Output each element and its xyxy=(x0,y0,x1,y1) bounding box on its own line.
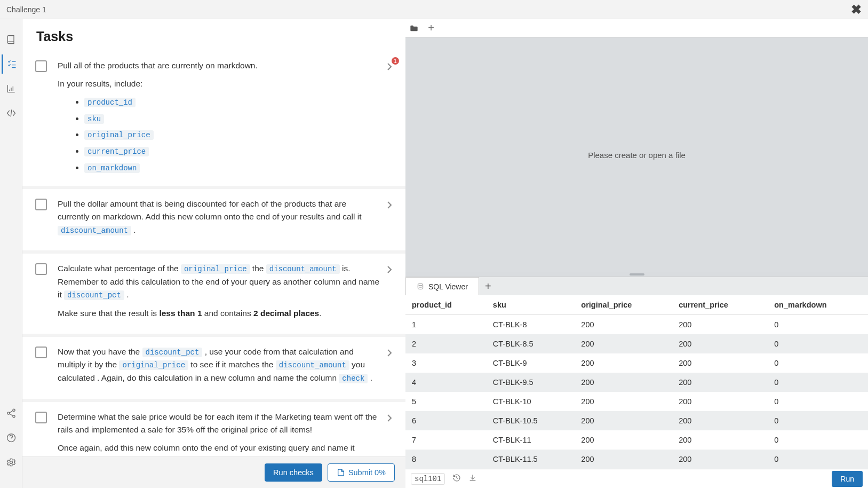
expand-chevron[interactable] xyxy=(384,264,395,275)
column-header[interactable]: product_id xyxy=(405,295,487,315)
table-row[interactable]: 7CT-BLK-112002000 xyxy=(405,430,868,450)
code-token: discount_amount xyxy=(58,226,131,235)
table-row[interactable]: 4CT-BLK-9.52002000 xyxy=(405,373,868,392)
share-icon[interactable] xyxy=(2,404,21,423)
book-icon[interactable] xyxy=(2,30,21,49)
table-cell: CT-BLK-8 xyxy=(487,315,575,335)
task-checkbox[interactable] xyxy=(35,263,47,275)
tasks-icon[interactable] xyxy=(2,54,21,74)
download-icon[interactable] xyxy=(468,474,477,484)
sql-tab-label: SQL Viewer xyxy=(428,282,468,291)
history-icon[interactable] xyxy=(452,474,461,484)
table-cell: 200 xyxy=(575,450,672,469)
expand-chevron[interactable] xyxy=(384,200,395,210)
task-item: Determine what the sale price would be f… xyxy=(22,402,405,456)
code-token: discount_amount xyxy=(266,264,340,274)
table-cell: 200 xyxy=(575,392,672,411)
task-text: Now that you have the xyxy=(58,347,142,356)
expand-chevron[interactable] xyxy=(384,413,395,423)
splitter-handle[interactable] xyxy=(405,272,868,277)
run-checks-button[interactable]: Run checks xyxy=(265,463,322,482)
database-icon xyxy=(417,283,424,290)
table-cell: 200 xyxy=(672,411,768,430)
table-cell: 200 xyxy=(672,450,768,469)
table-cell: 200 xyxy=(672,334,768,353)
code-icon[interactable] xyxy=(2,104,21,123)
task-badge: 1 xyxy=(392,57,399,65)
task-text-bold: less than 1 xyxy=(159,309,202,318)
table-cell: 4 xyxy=(405,373,487,392)
table-cell: 0 xyxy=(768,392,868,411)
table-cell: 0 xyxy=(768,373,868,392)
expand-chevron[interactable]: 1 xyxy=(384,61,395,72)
expand-chevron[interactable] xyxy=(384,348,395,358)
task-content: Pull the dollar amount that is being dis… xyxy=(58,198,380,242)
task-checkbox[interactable] xyxy=(35,347,47,358)
table-cell: CT-BLK-11.5 xyxy=(487,450,575,469)
sidebar xyxy=(0,19,22,488)
chart-icon[interactable] xyxy=(2,79,21,98)
table-cell: 0 xyxy=(768,450,868,469)
table-row[interactable]: 1CT-BLK-82002000 xyxy=(405,315,868,335)
table-row[interactable]: 3CT-BLK-92002000 xyxy=(405,353,868,373)
table-cell: 6 xyxy=(405,411,487,430)
sql-viewer: SQL Viewer + product_id sku original_pri… xyxy=(405,277,868,488)
task-item: Calculate what percentage of the origina… xyxy=(22,254,405,333)
task-text: Once again, add this new column onto the… xyxy=(58,443,355,452)
table-cell: CT-BLK-8.5 xyxy=(487,334,575,353)
table-row[interactable]: 5CT-BLK-102002000 xyxy=(405,392,868,411)
task-text: to see if it matches the xyxy=(188,360,276,369)
header-bar: Challenge 1 ✖ xyxy=(0,0,868,19)
column-header[interactable]: original_price xyxy=(575,295,672,315)
table-cell: 200 xyxy=(575,315,672,335)
task-checkbox[interactable] xyxy=(35,199,47,210)
task-text: . xyxy=(319,309,321,318)
column-header[interactable]: current_price xyxy=(672,295,768,315)
task-text: . xyxy=(113,456,118,456)
task-text: Make sure that the result is xyxy=(58,309,159,318)
tasks-footer: Run checks Submit 0% xyxy=(22,456,405,488)
right-panel: + Please create or open a file SQL Viewe… xyxy=(405,19,868,488)
challenge-title: Challenge 1 xyxy=(6,5,46,14)
help-icon[interactable] xyxy=(2,428,21,447)
folder-icon[interactable] xyxy=(405,20,423,37)
table-cell: 200 xyxy=(575,411,672,430)
code-token: original_price xyxy=(181,264,250,274)
task-checkbox[interactable] xyxy=(35,412,47,423)
code-token: check xyxy=(339,374,368,383)
db-name: sql101 xyxy=(411,473,445,485)
table-cell: 200 xyxy=(575,373,672,392)
column-header[interactable]: sku xyxy=(487,295,575,315)
table-cell: 200 xyxy=(575,334,672,353)
task-text: . xyxy=(368,373,372,382)
table-row[interactable]: 2CT-BLK-8.52002000 xyxy=(405,334,868,353)
tasks-list: Pull all of the products that are curren… xyxy=(22,51,405,456)
table-cell: 1 xyxy=(405,315,487,335)
column-header[interactable]: on_markdown xyxy=(768,295,868,315)
sql-viewer-tab[interactable]: SQL Viewer xyxy=(405,277,479,295)
editor-area[interactable]: Please create or open a file xyxy=(405,37,868,272)
table-cell: 200 xyxy=(672,373,768,392)
svg-point-4 xyxy=(10,461,12,464)
run-button[interactable]: Run xyxy=(832,471,863,487)
sql-tabs: SQL Viewer + xyxy=(405,277,868,295)
table-cell: 0 xyxy=(768,411,868,430)
table-cell: 0 xyxy=(768,430,868,450)
task-checkbox[interactable] xyxy=(35,60,47,72)
gear-icon[interactable] xyxy=(2,453,21,472)
table-row[interactable]: 8CT-BLK-11.52002000 xyxy=(405,450,868,469)
task-text: In your results, include: xyxy=(58,77,380,90)
task-text: Determine what the sale price would be f… xyxy=(58,411,380,436)
submit-button[interactable]: Submit 0% xyxy=(328,463,395,482)
code-token: product_id xyxy=(84,98,136,107)
sql-table: product_id sku original_price current_pr… xyxy=(405,295,868,469)
table-cell: 8 xyxy=(405,450,487,469)
svg-point-5 xyxy=(418,284,423,286)
add-sql-tab-icon[interactable]: + xyxy=(479,280,497,293)
code-token: discount_amount xyxy=(276,360,349,370)
table-cell: 200 xyxy=(575,353,672,373)
close-icon[interactable]: ✖ xyxy=(851,2,862,17)
table-cell: 2 xyxy=(405,334,487,353)
add-file-icon[interactable]: + xyxy=(423,20,440,37)
table-row[interactable]: 6CT-BLK-10.52002000 xyxy=(405,411,868,430)
